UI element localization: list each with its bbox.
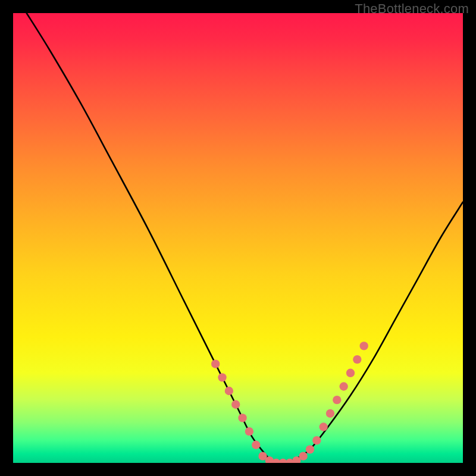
gradient-background <box>13 13 463 463</box>
plot-area <box>13 13 463 463</box>
watermark-text: TheBottleneck.com <box>355 1 469 17</box>
